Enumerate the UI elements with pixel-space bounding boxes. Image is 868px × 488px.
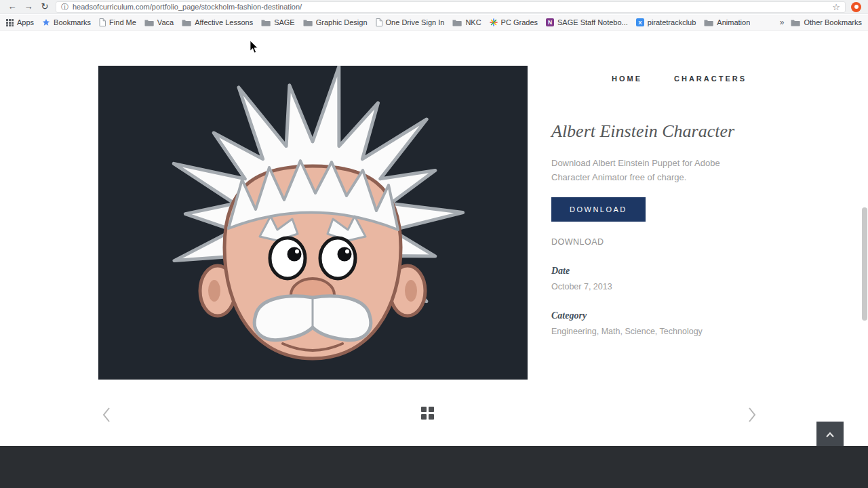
bookmarks-overflow-chevron-icon[interactable]: » [780,18,785,27]
download-link[interactable]: DOWNLOAD [551,237,762,247]
bookmark-item-find-me[interactable]: Find Me [99,18,136,26]
bookmark-item-animation[interactable]: Animation [704,18,750,26]
folder-icon [182,19,191,26]
doc-icon [376,18,382,26]
prev-arrow-icon[interactable] [102,407,115,423]
date-label: Date [551,266,762,277]
bookmark-item-piratetrackclub[interactable]: Xpiratetrackclub [636,18,696,26]
x-badge-icon: X [636,18,644,26]
bookmark-label: Graphic Design [316,18,368,26]
bookmark-label: Affective Lessons [195,18,253,26]
category-label: Category [551,310,762,321]
bookmark-item-bookmarks[interactable]: Bookmarks [42,18,91,26]
doc-icon [99,18,106,26]
bookmark-label: Apps [17,18,34,26]
bookmark-star-icon[interactable]: ☆ [832,2,840,12]
bookmark-item-other-bookmarks[interactable]: Other Bookmarks [791,18,862,26]
bookmark-label: Find Me [109,18,136,26]
bookmark-label: One Drive Sign In [386,18,445,26]
bookmark-item-apps[interactable]: Apps [6,18,34,26]
bookmark-label: Animation [717,18,750,26]
extension-icon[interactable] [851,2,861,12]
portfolio-image [98,66,528,380]
bookmark-item-sage-staff-notebo-[interactable]: NSAGE Staff Notebo... [546,18,628,26]
nav-item-characters[interactable]: CHARACTERS [674,75,747,83]
star-icon [42,18,50,26]
svg-text:X: X [638,20,642,26]
browser-url-row: ← → ↻ ⓘ headsofcurriculum.com/portfolio_… [0,0,868,14]
folder-icon [303,19,313,26]
folder-icon [261,19,271,26]
category-value: Engineering, Math, Science, Technology [551,327,762,336]
bookmarks-bar: AppsBookmarksFind MeVacaAffective Lesson… [0,15,868,30]
nav-item-home[interactable]: HOME [612,75,642,83]
folder-icon [704,19,713,26]
site-footer [0,446,868,488]
bookmark-item-sage[interactable]: SAGE [261,18,295,26]
forward-icon[interactable]: → [20,0,37,14]
onenote-icon: N [546,18,554,26]
portfolio-grid-icon[interactable] [421,407,434,420]
folder-icon [791,19,800,26]
bookmark-item-affective-lessons[interactable]: Affective Lessons [182,18,253,26]
bookmark-label: NKC [465,18,481,26]
bookmark-item-vaca[interactable]: Vaca [144,18,174,26]
page-info-icon[interactable]: ⓘ [61,2,68,12]
bookmark-label: SAGE [274,18,295,26]
back-icon[interactable]: ← [4,0,20,14]
bookmark-label: Vaca [157,18,174,26]
bookmark-item-graphic-design[interactable]: Graphic Design [303,18,368,26]
bookmark-label: SAGE Staff Notebo... [557,18,628,26]
bookmark-item-nkc[interactable]: NKC [452,18,481,26]
apps-grid-icon [6,19,14,26]
einstein-illustration [98,66,528,380]
folder-icon [144,19,154,26]
bookmark-label: Other Bookmarks [804,18,862,26]
svg-text:N: N [548,19,552,26]
pinwheel-icon [490,18,498,26]
bookmark-item-pc-grades[interactable]: PC Grades [490,18,538,26]
site-header: HEADS of CURRICULUM HOME CHARACTERS [0,30,868,66]
bookmarks-list: AppsBookmarksFind MeVacaAffective Lesson… [6,18,750,26]
site-nav: HOME CHARACTERS [612,61,747,96]
browser-window: ← → ↻ ⓘ headsofcurriculum.com/portfolio_… [0,0,868,488]
scroll-to-top-button[interactable] [816,422,844,447]
reload-icon[interactable]: ↻ [37,0,53,14]
scrollbar-thumb[interactable] [862,207,867,321]
bookmark-label: piratetrackclub [648,18,696,26]
url-text[interactable]: headsofcurriculum.com/portfolio_page/sto… [73,3,832,11]
folder-icon [452,19,462,26]
portfolio-details: Albert Einstein Character Download Alber… [551,121,762,336]
bookmark-item-one-drive-sign-in[interactable]: One Drive Sign In [376,18,445,26]
page-title: Albert Einstein Character [551,121,762,142]
chevron-up-icon [825,432,835,438]
date-value: October 7, 2013 [551,282,762,291]
next-arrow-icon[interactable] [747,407,761,423]
download-button[interactable]: DOWNLOAD [551,197,646,222]
address-bar[interactable]: ⓘ headsofcurriculum.com/portfolio_page/s… [56,1,846,13]
bookmark-label: PC Grades [501,18,538,26]
bookmark-label: Bookmarks [54,18,91,26]
portfolio-description: Download Albert Einstein Puppet for Adob… [551,156,755,184]
